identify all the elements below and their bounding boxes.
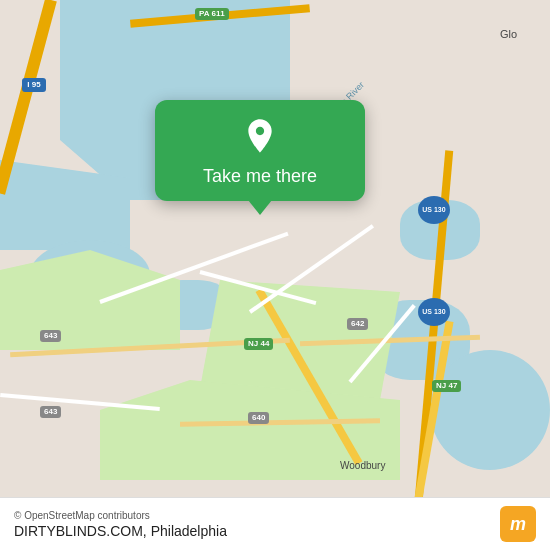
badge-nj47: NJ 47: [432, 380, 461, 392]
badge-643-2: 643: [40, 406, 61, 418]
moovit-icon: m: [500, 506, 536, 542]
badge-nj44: NJ 44: [244, 338, 273, 350]
bottom-left: © OpenStreetMap contributors DIRTYBLINDS…: [14, 510, 227, 539]
popup-label: Take me there: [203, 166, 317, 187]
water-body-5: [430, 350, 550, 470]
map-label-glo: Glo: [500, 28, 517, 40]
popup-card[interactable]: Take me there: [155, 100, 365, 201]
badge-pa611: PA 611: [195, 8, 229, 20]
map-label-woodbury: Woodbury: [340, 460, 385, 471]
map-container: Delaware River I 95 PA 611 US 130 US 130…: [0, 0, 550, 550]
badge-i95: I 95: [22, 78, 46, 92]
badge-640: 640: [248, 412, 269, 424]
badge-us130-1: US 130: [418, 196, 450, 224]
map-background: Delaware River I 95 PA 611 US 130 US 130…: [0, 0, 550, 550]
badge-us130-2: US 130: [418, 298, 450, 326]
osm-credit: © OpenStreetMap contributors: [14, 510, 227, 521]
bottom-bar: © OpenStreetMap contributors DIRTYBLINDS…: [0, 497, 550, 550]
location-info: DIRTYBLINDS.COM, Philadelphia: [14, 523, 227, 539]
badge-643-1: 643: [40, 330, 61, 342]
moovit-logo: m: [500, 506, 536, 542]
badge-642: 642: [347, 318, 368, 330]
location-pin-icon: [240, 116, 280, 156]
green-area-1: [0, 250, 180, 350]
